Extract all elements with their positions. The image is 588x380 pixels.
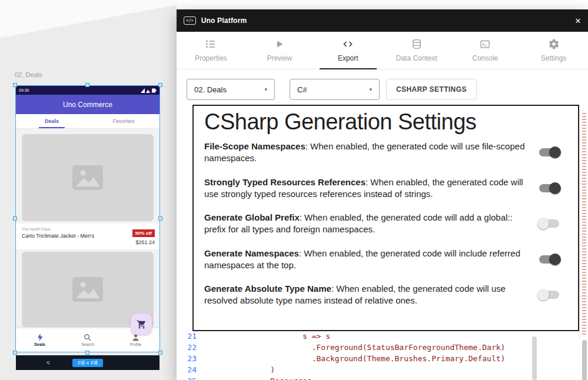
play-icon bbox=[274, 38, 285, 50]
tab-favorites[interactable]: Favorites bbox=[88, 114, 160, 128]
setting-row-strongly-typed-resources: Strongly Typed Resources References: Whe… bbox=[204, 176, 567, 201]
cart-fab[interactable] bbox=[131, 314, 152, 335]
line-number: 23 bbox=[177, 353, 197, 364]
search-icon bbox=[84, 334, 91, 341]
selection-handle[interactable] bbox=[158, 83, 162, 87]
toggle-knob bbox=[549, 146, 561, 158]
tab-deals[interactable]: Deals bbox=[16, 114, 88, 128]
panel-tab-strip: Properties Preview Export bbox=[177, 32, 588, 69]
setting-name: File-Scope Namespaces bbox=[204, 141, 305, 151]
page-select-value: 02. Deals bbox=[194, 85, 227, 94]
toggle-knob bbox=[549, 254, 561, 265]
setting-row-generate-absolute-type-name: Generate Absolute Type Name: When enable… bbox=[204, 283, 567, 307]
code-line: 22 .Foreground(StatusBarForegroundTheme.… bbox=[177, 342, 537, 353]
code-line: 24 ) bbox=[177, 364, 537, 375]
toggle-knob bbox=[549, 182, 561, 194]
phone-preview[interactable]: 09:30 Uno Commerce Deals Favorites bbox=[16, 86, 160, 352]
language-select[interactable]: C# ▾ bbox=[290, 79, 380, 100]
page-select[interactable]: 02. Deals ▾ bbox=[187, 79, 275, 100]
product-price: $251.24 bbox=[132, 239, 155, 245]
product-info[interactable]: The North Face Carto Triclimate Jacket -… bbox=[16, 224, 160, 249]
product-pricing: 50% off $251.24 bbox=[132, 226, 155, 245]
nav-item-search[interactable]: Search bbox=[64, 328, 111, 352]
panel-title-bar[interactable]: </> Uno Platform × bbox=[177, 9, 588, 32]
product-image-placeholder[interactable] bbox=[22, 134, 154, 221]
code-text: Resources bbox=[197, 375, 312, 380]
selection-handle[interactable] bbox=[13, 351, 17, 355]
status-icons bbox=[141, 88, 157, 94]
code-line: 23 .Background(Theme.Brushes.Primary.Def… bbox=[177, 353, 537, 364]
code-text: .Foreground(StatusBarForegroundTheme.Dar… bbox=[197, 342, 505, 353]
code-scrollbar[interactable] bbox=[532, 336, 537, 380]
image-placeholder-icon bbox=[72, 277, 103, 302]
page-label: 02. Deals bbox=[15, 71, 42, 78]
tab-properties[interactable]: Properties bbox=[177, 32, 245, 69]
toggle-knob bbox=[537, 289, 549, 301]
app-root: 02. Deals 09:30 Uno Commerce Deals bbox=[0, 0, 588, 380]
setting-name: Generate Absolute Type Name bbox=[204, 284, 331, 294]
close-icon[interactable]: × bbox=[575, 16, 581, 26]
line-number: 25 bbox=[177, 375, 197, 380]
minimap[interactable] bbox=[580, 109, 588, 339]
canvas-background-wedge bbox=[0, 0, 177, 41]
line-number: 22 bbox=[177, 342, 197, 353]
status-time: 09:30 bbox=[19, 88, 29, 92]
code-editor[interactable]: 21 s => s 22 .Foreground(StatusBarForegr… bbox=[177, 331, 537, 380]
tab-data-context[interactable]: Data Context bbox=[383, 32, 451, 69]
panel-title: Uno Platform bbox=[201, 16, 247, 25]
setting-row-generate-global-prefix: Generate Global Prefix: When enabled, th… bbox=[204, 212, 567, 236]
setting-row-file-scope-namespaces: File-Scope Namespaces: When enabled, the… bbox=[204, 141, 567, 165]
setting-name: Strongly Typed Resources References bbox=[204, 177, 366, 187]
setting-row-generate-namespaces: Generate Namespaces: When enabled, the g… bbox=[204, 248, 567, 272]
phone-tab-bar: Deals Favorites bbox=[16, 114, 160, 129]
tab-label: Data Context bbox=[396, 54, 437, 62]
code-line: 21 s => s bbox=[177, 331, 537, 342]
nav-item-deals[interactable]: Deals bbox=[16, 328, 64, 352]
nav-label: Profile bbox=[129, 342, 141, 346]
csharp-settings-modal: CSharp Generation Settings File-Scope Na… bbox=[192, 105, 579, 331]
uno-platform-panel: </> Uno Platform × Properties Preview bbox=[177, 9, 588, 380]
tab-label: Export bbox=[338, 54, 358, 62]
tab-export[interactable]: Export bbox=[314, 32, 383, 69]
nav-label: Deals bbox=[34, 342, 45, 346]
selection-handle[interactable] bbox=[85, 83, 89, 87]
code-badge-icon: </> bbox=[184, 16, 196, 25]
setting-text: File-Scope Namespaces: When enabled, the… bbox=[204, 141, 525, 165]
toggle-generate-global-prefix[interactable] bbox=[539, 219, 559, 228]
toggle-generate-namespaces[interactable] bbox=[539, 255, 559, 264]
tab-preview[interactable]: Preview bbox=[245, 32, 314, 69]
setting-text: Generate Global Prefix: When enabled, th… bbox=[204, 212, 525, 236]
phone-status-bar: 09:30 bbox=[16, 86, 160, 95]
selection-handle[interactable] bbox=[13, 216, 17, 221]
selection-handle[interactable] bbox=[158, 216, 162, 221]
modal-title: CSharp Generation Settings bbox=[204, 109, 567, 135]
toggle-knob bbox=[537, 218, 549, 229]
discount-badge: 50% off bbox=[132, 229, 155, 237]
code-line: 25 Resources bbox=[177, 375, 537, 380]
toggle-file-scope-namespaces[interactable] bbox=[539, 148, 559, 156]
csharp-settings-button[interactable]: CSHARP SETTINGS bbox=[386, 79, 477, 100]
app-bar[interactable]: Uno Commerce bbox=[16, 95, 160, 114]
tab-label: Settings bbox=[541, 54, 566, 62]
selection-handle[interactable] bbox=[158, 351, 162, 355]
collapse-chevron-icon[interactable]: < bbox=[46, 359, 50, 366]
tab-console[interactable]: Console bbox=[451, 32, 520, 69]
app-title: Uno Commerce bbox=[63, 101, 112, 109]
code-icon bbox=[342, 38, 354, 50]
setting-text: Strongly Typed Resources References: Whe… bbox=[204, 176, 525, 201]
panel-scrollbar[interactable] bbox=[582, 340, 587, 380]
toggle-generate-absolute-type-name[interactable] bbox=[539, 291, 559, 299]
line-number: 24 bbox=[177, 364, 197, 375]
code-text: s => s bbox=[197, 331, 330, 342]
code-text: .Background(Theme.Brushes.Primary.Defaul… bbox=[197, 353, 505, 364]
size-bar: < Fill × Fill bbox=[16, 355, 160, 370]
toggle-strongly-typed-resources[interactable] bbox=[539, 184, 559, 192]
console-icon bbox=[479, 38, 491, 50]
setting-name: Generate Namespaces bbox=[204, 248, 299, 258]
selection-handle[interactable] bbox=[85, 351, 89, 355]
chevron-down-icon: ▾ bbox=[369, 86, 372, 92]
selection-handle[interactable] bbox=[13, 83, 17, 87]
export-toolbar: 02. Deals ▾ C# ▾ CSHARP SETTINGS bbox=[177, 69, 588, 109]
bolt-icon bbox=[36, 334, 44, 341]
tab-settings[interactable]: Settings bbox=[520, 32, 588, 69]
